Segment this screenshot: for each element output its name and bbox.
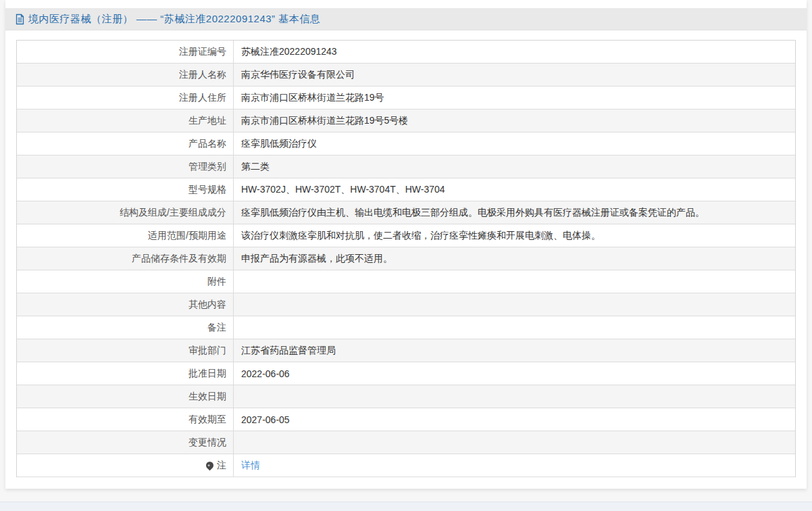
table-row: 管理类别 第二类	[17, 155, 795, 178]
table-row: 变更情况	[17, 431, 795, 454]
field-value	[234, 293, 795, 316]
field-label: 注册人住所	[17, 87, 234, 109]
field-value	[234, 270, 795, 293]
field-label: 其他内容	[17, 293, 234, 316]
table-row: 注册证编号 苏械注准20222091243	[17, 41, 795, 64]
field-label: 变更情况	[17, 431, 234, 454]
field-label: 备注	[17, 316, 234, 339]
field-label: 管理类别	[17, 155, 234, 178]
field-label: 型号规格	[17, 178, 234, 201]
field-label: 生产地址	[17, 110, 234, 132]
field-label: 附件	[17, 270, 234, 293]
field-value: 第二类	[234, 155, 795, 178]
field-label: 适用范围/预期用途	[17, 224, 234, 247]
table-row: 批准日期 2022-06-06	[17, 362, 795, 385]
field-value: 南京华伟医疗设备有限公司	[234, 64, 795, 86]
footer-strip	[0, 502, 812, 511]
table-row: 产品名称 痉挛肌低频治疗仪	[17, 132, 795, 155]
field-label: 注册人名称	[17, 64, 234, 86]
field-value: 痉挛肌低频治疗仪由主机、输出电缆和电极三部分组成。电极采用外购具有医疗器械注册证…	[234, 201, 795, 224]
field-value: 该治疗仪刺激痉挛肌和对抗肌，使二者收缩，治疗痉挛性瘫痪和开展电刺激、电体操。	[234, 224, 795, 247]
field-value: 2022-06-06	[234, 362, 795, 385]
field-value: 痉挛肌低频治疗仪	[234, 132, 795, 155]
field-value: HW-3702J、HW-3702T、HW-3704T、HW-3704	[234, 178, 795, 201]
note-icon	[205, 460, 215, 471]
table-row: 注册人住所 南京市浦口区桥林街道兰花路19号	[17, 87, 795, 110]
field-value: 南京市浦口区桥林街道兰花路19号5号楼	[234, 110, 795, 132]
table-row: 产品储存条件及有效期 申报产品为有源器械，此项不适用。	[17, 247, 795, 270]
table-row: 结构及组成/主要组成成分 痉挛肌低频治疗仪由主机、输出电缆和电极三部分组成。电极…	[17, 201, 795, 224]
document-icon	[15, 14, 25, 25]
details-link[interactable]: 详情	[241, 460, 260, 472]
page-title: 境内医疗器械（注册） —— “苏械注准20222091243” 基本信息	[28, 13, 320, 26]
field-value: 2027-06-05	[234, 408, 795, 431]
field-value	[234, 431, 795, 454]
table-row: 型号规格 HW-3702J、HW-3702T、HW-3704T、HW-3704	[17, 178, 795, 201]
table-row: 注 详情	[17, 454, 795, 477]
field-label: 产品名称	[17, 132, 234, 155]
content-panel: 境内医疗器械（注册） —— “苏械注准20222091243” 基本信息 注册证…	[5, 0, 807, 489]
field-label: 生效日期	[17, 385, 234, 408]
field-value: 详情	[234, 454, 795, 477]
field-value: 苏械注准20222091243	[234, 41, 795, 63]
table-row: 生效日期	[17, 385, 795, 408]
table-row: 适用范围/预期用途 该治疗仪刺激痉挛肌和对抗肌，使二者收缩，治疗痉挛性瘫痪和开展…	[17, 224, 795, 247]
table-row: 其他内容	[17, 293, 795, 316]
page-header: 境内医疗器械（注册） —— “苏械注准20222091243” 基本信息	[5, 8, 807, 30]
field-label: 结构及组成/主要组成成分	[17, 201, 234, 224]
field-value: 江苏省药品监督管理局	[234, 339, 795, 362]
field-label: 审批部门	[17, 339, 234, 362]
info-table: 注册证编号 苏械注准20222091243 注册人名称 南京华伟医疗设备有限公司…	[16, 40, 796, 477]
field-value	[234, 385, 795, 408]
table-row: 注册人名称 南京华伟医疗设备有限公司	[17, 64, 795, 87]
field-label: 注册证编号	[17, 41, 234, 63]
table-row: 有效期至 2027-06-05	[17, 408, 795, 431]
table-row: 审批部门 江苏省药品监督管理局	[17, 339, 795, 362]
field-label: 注	[17, 454, 234, 477]
field-value	[234, 316, 795, 339]
table-row: 备注	[17, 316, 795, 339]
field-value: 南京市浦口区桥林街道兰花路19号	[234, 87, 795, 109]
field-label: 产品储存条件及有效期	[17, 247, 234, 270]
field-label: 批准日期	[17, 362, 234, 385]
table-row: 生产地址 南京市浦口区桥林街道兰花路19号5号楼	[17, 110, 795, 132]
field-value: 申报产品为有源器械，此项不适用。	[234, 247, 795, 270]
table-row: 附件	[17, 270, 795, 293]
field-label: 有效期至	[17, 408, 234, 431]
